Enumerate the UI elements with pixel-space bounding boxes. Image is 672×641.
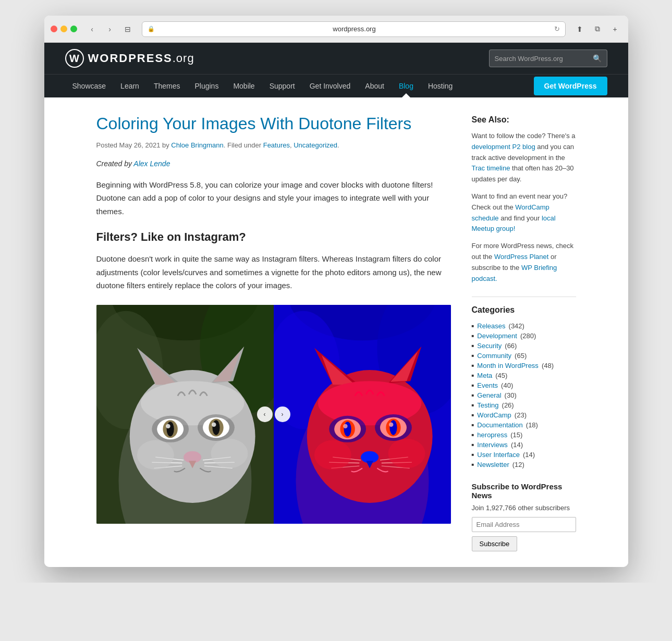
category-features-link[interactable]: Features [263,141,290,149]
category-list: Releases (342) Development (280) Securit… [472,321,576,470]
back-button[interactable]: ‹ [85,22,99,36]
see-also-p1: Want to follow the code? There's a devel… [472,131,576,185]
wp-sidebar: See Also: Want to follow the code? There… [472,113,576,551]
category-interviews-link[interactable]: Interviews [477,441,508,449]
nav-item-support[interactable]: Support [262,75,302,97]
wp-site: W WordPress.org 🔍 Showcase Learn Themes … [44,43,628,567]
wp-header: W WordPress.org 🔍 [44,43,628,74]
article-body: Duotone doesn't work in quite the same w… [96,252,451,292]
category-security-link[interactable]: Security [477,342,502,350]
wp-main: Coloring Your Images With Duotone Filter… [96,113,451,551]
category-item: Month in WordPress (48) [472,361,576,371]
category-meta-link[interactable]: Meta [477,372,492,379]
category-wordcamp-link[interactable]: WordCamp [477,411,511,419]
wp-search-box[interactable]: 🔍 [489,50,607,67]
category-month-in-wp-link[interactable]: Month in WordPress [477,362,539,369]
svg-point-19 [166,424,170,428]
browser-titlebar: ‹ › ⊟ 🔒 wordpress.org ↻ ⬆ ⧉ + [44,16,628,43]
category-newsletter-link[interactable]: Newsletter [477,461,509,469]
wp-planet-link[interactable]: WordPress Planet [494,253,549,261]
article-meta: Posted May 26, 2021 by Chloe Bringmann. … [96,141,451,149]
url-display: wordpress.org [158,25,551,33]
wp-logo-icon: W [65,49,84,68]
address-bar[interactable]: 🔒 wordpress.org ↻ [142,21,566,37]
svg-point-18 [212,420,219,435]
category-testing-link[interactable]: Testing [477,401,498,409]
svg-point-20 [212,422,216,427]
nav-item-hosting[interactable]: Hosting [421,75,460,97]
gallery-next-button[interactable]: › [275,406,290,422]
category-item: heropress (15) [472,430,576,440]
wp-nav-inner: Showcase Learn Themes Plugins Mobile Sup… [44,75,628,97]
close-button[interactable] [51,26,57,32]
trac-timeline-link[interactable]: Trac timeline [472,164,510,172]
wp-briefing-link[interactable]: WP Briefing podcast. [472,264,557,282]
svg-point-51 [389,422,394,427]
wordcamp-schedule-link[interactable]: WordCamp schedule [472,203,549,222]
category-documentation-link[interactable]: Documentation [477,421,522,429]
nav-item-mobile[interactable]: Mobile [226,75,262,97]
category-item: Security (66) [472,341,576,351]
category-community-link[interactable]: Community [477,352,511,360]
article-title: Coloring Your Images With Duotone Filter… [96,113,451,135]
category-heropress-link[interactable]: heropress [477,431,507,439]
subscribe-text: Join 1,927,766 other subscribers [472,504,576,512]
svg-point-48 [344,422,351,436]
gallery-nav: ‹ › [257,406,290,422]
gallery-left-image [96,305,274,524]
see-also-p3: For more WordPress news, check out the W… [472,241,576,284]
category-general-link[interactable]: General [477,391,501,399]
traffic-lights [51,26,77,32]
share-button[interactable]: ⬆ [573,22,587,36]
dev-p2-blog-link[interactable]: development P2 blog [472,143,535,151]
category-development-link[interactable]: Development [477,332,517,340]
sidebar-button[interactable]: ⊟ [121,22,135,36]
browser-window: ‹ › ⊟ 🔒 wordpress.org ↻ ⬆ ⧉ + W WordPres… [44,16,628,567]
see-also-p2: Want to find an event near you? Check ou… [472,191,576,235]
nav-item-get-involved[interactable]: Get Involved [302,75,358,97]
creator-link[interactable]: Alex Lende [133,159,170,168]
search-icon: 🔍 [593,54,602,63]
category-item: Releases (342) [472,321,576,331]
nav-item-blog[interactable]: Blog [392,75,421,97]
see-also-section: See Also: Want to follow the code? There… [472,115,576,284]
reload-button[interactable]: ↻ [554,25,560,33]
new-tab-button[interactable]: + [608,22,622,36]
gallery-prev-button[interactable]: ‹ [257,406,273,422]
categories-section: Categories Releases (342) Development (2… [472,305,576,470]
nav-item-themes[interactable]: Themes [146,75,188,97]
gallery-right-image [274,305,451,524]
minimize-button[interactable] [60,26,67,32]
category-uncategorized-link[interactable]: Uncategorized [294,141,337,149]
forward-button[interactable]: › [103,22,117,36]
article-created: Created by Alex Lende [96,159,451,168]
get-wordpress-button[interactable]: Get WordPress [534,77,607,95]
category-item: Newsletter (12) [472,460,576,470]
subscribe-section: Subscribe to WordPress News Join 1,927,7… [472,482,576,551]
see-also-title: See Also: [472,115,576,125]
wp-logo[interactable]: W WordPress.org [65,49,194,68]
nav-item-learn[interactable]: Learn [113,75,146,97]
article-subheading: Filters? Like on Instagram? [96,230,451,244]
email-input[interactable] [472,517,576,532]
author-link[interactable]: Chloe Bringmann [171,141,223,149]
category-item: Interviews (14) [472,440,576,450]
category-events-link[interactable]: Events [477,381,498,389]
svg-point-30 [211,438,248,468]
wp-nav: Showcase Learn Themes Plugins Mobile Sup… [44,74,628,97]
maximize-button[interactable] [70,26,77,32]
nav-item-plugins[interactable]: Plugins [187,75,226,97]
tab-view-button[interactable]: ⧉ [591,22,604,36]
search-input[interactable] [495,55,589,63]
category-item: General (30) [472,390,576,400]
svg-point-49 [389,420,397,435]
article-intro: Beginning with WordPress 5.8, you can co… [96,178,451,218]
subscribe-button[interactable]: Subscribe [472,536,518,551]
category-releases-link[interactable]: Releases [477,322,505,330]
nav-item-about[interactable]: About [358,75,392,97]
lock-icon: 🔒 [148,26,155,32]
category-item: Development (280) [472,331,576,341]
svg-point-50 [343,424,348,428]
nav-item-showcase[interactable]: Showcase [65,75,114,97]
category-user-interface-link[interactable]: User Interface [477,451,520,459]
